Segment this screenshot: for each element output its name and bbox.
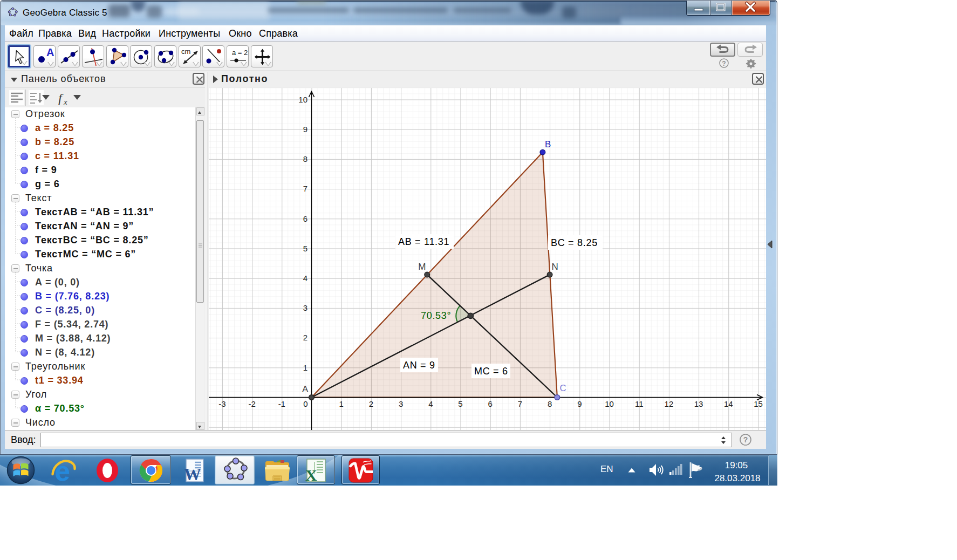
svg-text:C: C — [559, 383, 566, 393]
svg-text:7: 7 — [518, 399, 522, 408]
svg-text:?: ? — [743, 435, 748, 444]
svg-text:4: 4 — [303, 274, 307, 283]
svg-text:X: X — [305, 466, 317, 483]
svg-text:AN = 9: AN = 9 — [403, 360, 435, 371]
svg-text:8: 8 — [303, 154, 307, 163]
svg-text:13: 13 — [694, 399, 703, 408]
svg-text:MC = 6: MC = 6 — [474, 366, 508, 377]
svg-text:M: M — [418, 262, 426, 272]
svg-text:70.53°: 70.53° — [421, 310, 451, 321]
svg-text:-1: -1 — [278, 399, 285, 408]
svg-text:1: 1 — [303, 363, 307, 372]
svg-text:BC = 8.25: BC = 8.25 — [551, 237, 598, 248]
svg-text:3: 3 — [303, 303, 307, 312]
svg-text:N: N — [552, 262, 558, 272]
svg-text:5: 5 — [458, 399, 462, 408]
svg-text:6: 6 — [303, 214, 307, 223]
svg-text:1: 1 — [339, 399, 344, 408]
svg-text:3: 3 — [399, 399, 403, 408]
svg-text:AB = 11.31: AB = 11.31 — [398, 236, 449, 247]
svg-text:2: 2 — [303, 333, 307, 342]
svg-text:10: 10 — [298, 95, 307, 104]
svg-text:-2: -2 — [248, 399, 255, 408]
svg-text:A: A — [46, 46, 54, 58]
svg-text:x: x — [63, 98, 67, 106]
svg-text:8: 8 — [548, 399, 552, 408]
svg-text:10: 10 — [605, 399, 614, 408]
svg-text:12: 12 — [665, 399, 674, 408]
svg-text:7: 7 — [303, 184, 307, 193]
svg-text:6: 6 — [488, 399, 493, 408]
svg-text:0: 0 — [303, 399, 307, 408]
svg-text:5: 5 — [303, 244, 307, 253]
svg-text:2: 2 — [369, 399, 373, 408]
svg-text:?: ? — [722, 60, 726, 67]
svg-text:4: 4 — [428, 399, 433, 408]
svg-text:14: 14 — [724, 399, 733, 408]
svg-text:a = 2: a = 2 — [232, 49, 248, 57]
svg-text:B: B — [545, 139, 551, 149]
svg-text:15: 15 — [754, 399, 763, 408]
svg-text:f: f — [58, 91, 64, 105]
svg-text:11: 11 — [635, 399, 644, 408]
svg-text:cm: cm — [181, 47, 190, 56]
svg-text:A: A — [302, 384, 309, 394]
svg-text:9: 9 — [577, 399, 582, 408]
svg-text:9: 9 — [303, 125, 307, 134]
svg-text:W: W — [184, 465, 201, 483]
svg-text:-3: -3 — [218, 399, 225, 408]
